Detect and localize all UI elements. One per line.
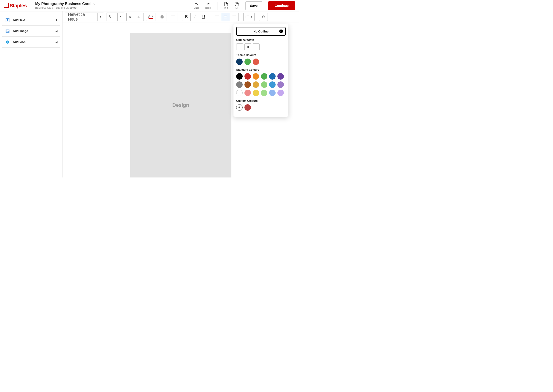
undo-button[interactable]: Undo xyxy=(194,2,199,9)
sidebar: Add Text + Add Image ◀ Add Icon ◀ xyxy=(0,11,63,177)
colour-swatch[interactable] xyxy=(269,90,276,96)
vertical-align-button[interactable]: ▼ xyxy=(243,13,255,21)
color-bar-icon xyxy=(149,18,153,19)
colour-swatch[interactable] xyxy=(269,81,276,88)
trash-icon xyxy=(262,15,265,19)
decrease-font-button[interactable]: A– xyxy=(135,13,144,21)
chevron-down-icon[interactable]: ▼ xyxy=(97,13,104,21)
pdf-icon xyxy=(224,2,229,7)
custom-swatches: + xyxy=(236,104,286,111)
delete-button[interactable] xyxy=(259,13,268,21)
sidebar-add-icon[interactable]: Add Icon ◀ xyxy=(2,37,60,48)
title-block: My Photography Business Card ✎ Business … xyxy=(35,2,194,9)
redo-icon xyxy=(206,2,211,6)
outline-width-label: Outline Width xyxy=(236,38,286,42)
colour-swatch[interactable] xyxy=(253,73,259,80)
continue-button[interactable]: Continue xyxy=(268,1,295,10)
colour-swatch[interactable] xyxy=(244,59,251,65)
font-family-select[interactable]: Helvetica Neue ▼ xyxy=(65,13,104,21)
svg-point-8 xyxy=(161,16,163,18)
outline-color-button[interactable] xyxy=(158,13,166,21)
app-header: Staples My Photography Business Card ✎ B… xyxy=(0,0,299,11)
font-size-select[interactable]: 8 ▼ xyxy=(106,13,124,21)
colour-swatch[interactable] xyxy=(269,73,276,80)
staples-logo-icon xyxy=(4,3,9,8)
valign-icon xyxy=(245,15,250,19)
align-left-button[interactable] xyxy=(213,13,221,21)
document-subtitle: Business Card - Starting at: $9.99 xyxy=(35,6,194,9)
align-center-button[interactable] xyxy=(221,13,230,21)
staples-logo-text: Staples xyxy=(10,3,27,9)
colour-swatch[interactable] xyxy=(261,90,267,96)
design-canvas[interactable]: Design xyxy=(130,33,231,177)
custom-colours-label: Custom Colours xyxy=(236,99,286,102)
help-icon xyxy=(234,2,239,7)
colour-swatch[interactable] xyxy=(236,59,243,65)
sidebar-add-image[interactable]: Add Image ◀ xyxy=(2,26,60,37)
undo-icon xyxy=(194,2,199,6)
colour-swatch[interactable] xyxy=(277,81,284,88)
standard-colours-label: Standard Colours xyxy=(236,68,286,71)
redo-button[interactable]: Redo xyxy=(205,2,211,9)
chevron-down-icon[interactable]: ▼ xyxy=(117,13,124,21)
plus-icon: + xyxy=(55,18,57,22)
increase-font-button[interactable]: A+ xyxy=(126,13,135,21)
pdf-button[interactable]: Pdf xyxy=(224,2,229,10)
image-icon xyxy=(5,28,10,34)
outline-width-stepper: – 0 + xyxy=(236,43,286,50)
colour-swatch[interactable] xyxy=(244,90,251,96)
colour-swatch[interactable] xyxy=(277,90,284,96)
colour-swatch[interactable] xyxy=(244,104,251,111)
document-title: My Photography Business Card xyxy=(35,2,91,6)
circle-outline-icon xyxy=(160,15,164,19)
text-toolbar: Helvetica Neue ▼ 8 ▼ A+ A– A▼ B xyxy=(63,11,299,22)
no-outline-button[interactable]: No Outline ✓ xyxy=(236,27,286,36)
chevron-left-icon: ◀ xyxy=(55,29,57,33)
colour-swatch[interactable] xyxy=(236,73,243,80)
width-value: 0 xyxy=(244,43,251,50)
align-right-icon xyxy=(232,15,236,19)
header-actions: Undo Redo Pdf Help Save Continue xyxy=(194,1,295,10)
colour-swatch[interactable] xyxy=(253,59,259,65)
outline-popover: No Outline ✓ Outline Width – 0 + Theme C… xyxy=(233,24,288,117)
sidebar-add-text[interactable]: Add Text + xyxy=(2,15,60,26)
lines-icon xyxy=(171,15,175,19)
italic-button[interactable]: I xyxy=(191,13,199,21)
line-spacing-button[interactable] xyxy=(169,13,177,21)
canvas-placeholder: Design xyxy=(172,102,189,108)
svg-point-1 xyxy=(237,5,237,5)
font-color-button[interactable]: A▼ xyxy=(146,13,155,21)
bold-button[interactable]: B xyxy=(182,13,191,21)
theme-colours-label: Theme Colours xyxy=(236,54,286,57)
divider xyxy=(217,2,217,10)
increase-width-button[interactable]: + xyxy=(253,43,259,50)
text-icon xyxy=(5,18,10,23)
check-icon: ✓ xyxy=(279,29,283,33)
add-custom-colour-button[interactable]: + xyxy=(236,104,243,111)
theme-swatches xyxy=(236,59,286,65)
colour-swatch[interactable] xyxy=(236,90,243,96)
colour-swatch[interactable] xyxy=(261,73,267,80)
colour-swatch[interactable] xyxy=(244,81,251,88)
colour-swatch[interactable] xyxy=(253,90,259,96)
svg-point-4 xyxy=(7,30,7,31)
chevron-left-icon: ◀ xyxy=(55,41,57,44)
standard-swatches xyxy=(236,73,286,96)
edit-title-icon[interactable]: ✎ xyxy=(93,2,95,6)
colour-swatch[interactable] xyxy=(236,81,243,88)
align-center-icon xyxy=(223,15,228,19)
help-button[interactable]: Help xyxy=(234,2,239,10)
align-left-icon xyxy=(215,15,219,19)
decrease-width-button[interactable]: – xyxy=(236,43,243,50)
editor-area: Helvetica Neue ▼ 8 ▼ A+ A– A▼ B xyxy=(63,11,299,177)
colour-swatch[interactable] xyxy=(277,73,284,80)
save-button[interactable]: Save xyxy=(245,1,263,10)
colour-swatch[interactable] xyxy=(244,73,251,80)
underline-button[interactable]: U xyxy=(199,13,208,21)
svg-point-7 xyxy=(161,15,163,18)
colour-swatch[interactable] xyxy=(253,81,259,88)
align-right-button[interactable] xyxy=(230,13,239,21)
shape-icon xyxy=(5,40,10,45)
colour-swatch[interactable] xyxy=(261,81,267,88)
staples-logo[interactable]: Staples xyxy=(4,2,31,10)
